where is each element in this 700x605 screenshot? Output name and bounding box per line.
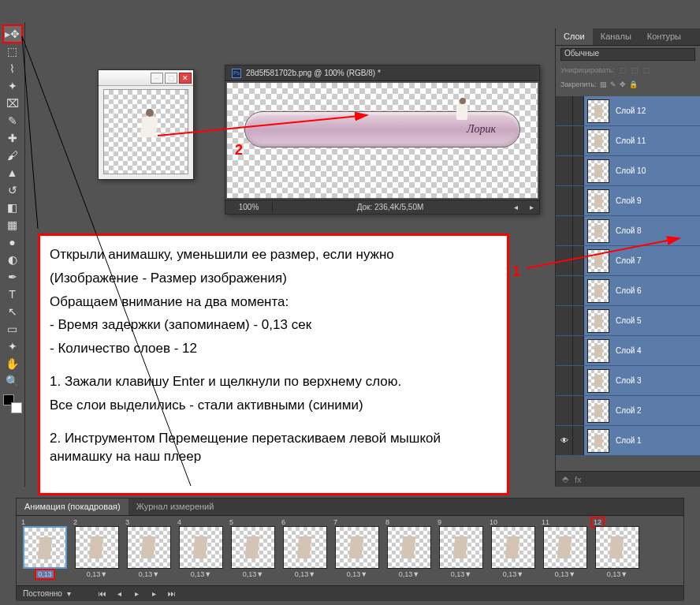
scroll-left-icon[interactable]: ◂ xyxy=(508,203,523,211)
tab-measurement-log[interactable]: Журнал измерений xyxy=(128,499,222,515)
maximize-button[interactable]: ▢ xyxy=(165,73,177,84)
animation-frame[interactable]: 11 0,13▼ xyxy=(540,518,590,583)
tool-lasso[interactable]: ⌇ xyxy=(4,61,21,77)
layer-row[interactable]: Слой 9 xyxy=(556,186,700,216)
tool-stamp[interactable]: ▲ xyxy=(4,165,21,181)
animation-frame[interactable]: 3 0,13▼ xyxy=(124,518,174,583)
layer-thumbnail[interactable] xyxy=(587,279,609,303)
animation-frame[interactable]: 12 0,13▼ xyxy=(592,518,642,583)
frame-thumbnail[interactable] xyxy=(179,526,223,569)
link-slot[interactable] xyxy=(573,186,584,215)
animation-frame[interactable]: 4 0,13▼ xyxy=(176,518,226,583)
frame-delay[interactable]: 0,13 xyxy=(36,570,54,578)
visibility-toggle[interactable] xyxy=(556,276,573,305)
animation-frame[interactable]: 2 0,13▼ xyxy=(72,518,122,583)
layer-name[interactable]: Слой 8 xyxy=(612,226,700,235)
tab-channels[interactable]: Каналы xyxy=(593,28,639,45)
lock-all-icon[interactable]: 🔒 xyxy=(629,80,638,88)
layer-row[interactable]: 👁 Слой 1 xyxy=(556,426,700,456)
link-slot[interactable] xyxy=(573,156,584,185)
unify-icon[interactable]: ⬚ xyxy=(643,66,650,74)
frame-thumbnail[interactable] xyxy=(595,526,639,569)
lock-paint-icon[interactable]: ✎ xyxy=(610,80,616,88)
frame-thumbnail[interactable] xyxy=(231,526,275,569)
layer-thumbnail[interactable] xyxy=(587,129,609,153)
layer-name[interactable]: Слой 9 xyxy=(612,196,700,205)
link-slot[interactable] xyxy=(573,276,584,305)
link-slot[interactable] xyxy=(573,126,584,155)
layer-thumbnail[interactable] xyxy=(587,369,609,393)
tool-blur[interactable]: ● xyxy=(4,234,21,250)
loop-select[interactable]: Постоянно xyxy=(23,589,62,598)
source-titlebar[interactable]: – ▢ ✕ xyxy=(99,70,193,86)
frame-delay[interactable]: 0,13▼ xyxy=(503,570,523,578)
layer-row[interactable]: Слой 5 xyxy=(556,306,700,336)
frame-delay[interactable]: 0,13▼ xyxy=(399,570,419,578)
frame-thumbnail[interactable] xyxy=(491,526,535,569)
layer-row[interactable]: Слой 7 xyxy=(556,246,700,276)
frame-thumbnail[interactable] xyxy=(543,526,587,569)
tool-eraser[interactable]: ◧ xyxy=(4,200,21,215)
layer-row[interactable]: Слой 12 xyxy=(556,96,700,126)
layer-row[interactable]: Слой 6 xyxy=(556,276,700,306)
layer-name[interactable]: Слой 11 xyxy=(612,136,700,145)
layer-thumbnail[interactable] xyxy=(587,399,609,423)
tab-layers[interactable]: Слои xyxy=(556,28,593,45)
zoom-field[interactable]: 100% xyxy=(225,203,273,211)
layer-name[interactable]: Слой 2 xyxy=(612,406,700,415)
tool-path[interactable]: ↖ xyxy=(4,304,21,319)
document-tab[interactable]: Ps 28d5f581702b.png @ 100% (RGB/8) * xyxy=(225,65,539,81)
layer-style-icon[interactable]: fx xyxy=(575,475,582,484)
layer-name[interactable]: Слой 1 xyxy=(612,436,700,445)
layer-name[interactable]: Слой 3 xyxy=(612,376,700,385)
layer-thumbnail[interactable] xyxy=(587,309,609,333)
link-layers-icon[interactable]: ⬘ xyxy=(562,474,568,484)
layer-name[interactable]: Слой 7 xyxy=(612,256,700,265)
link-slot[interactable] xyxy=(573,216,584,245)
animation-frame[interactable]: 1 0,13 xyxy=(20,518,70,583)
next-frame-button[interactable]: ▸ xyxy=(148,589,161,598)
blend-mode-select[interactable]: Обычные xyxy=(560,48,695,61)
layer-thumbnail[interactable] xyxy=(587,429,609,453)
animation-frame[interactable]: 9 0,13▼ xyxy=(436,518,486,583)
layer-name[interactable]: Слой 6 xyxy=(612,286,700,295)
link-slot[interactable] xyxy=(573,366,584,395)
link-slot[interactable] xyxy=(573,96,584,125)
source-canvas[interactable] xyxy=(103,89,188,174)
lock-trans-icon[interactable]: ▧ xyxy=(600,80,607,88)
tool-gradient[interactable]: ▦ xyxy=(4,217,21,233)
lock-move-icon[interactable]: ✥ xyxy=(620,80,626,88)
tool-pen[interactable]: ✒ xyxy=(4,269,21,285)
frame-delay[interactable]: 0,13▼ xyxy=(139,570,159,578)
unify-icon[interactable]: ⬚ xyxy=(631,66,639,74)
visibility-toggle[interactable] xyxy=(556,396,573,425)
layer-row[interactable]: Слой 10 xyxy=(556,156,700,186)
visibility-toggle[interactable] xyxy=(556,126,573,155)
visibility-toggle[interactable] xyxy=(556,216,573,245)
layer-thumbnail[interactable] xyxy=(587,159,609,183)
layer-thumbnail[interactable] xyxy=(587,99,609,123)
animation-frame[interactable]: 8 0,13▼ xyxy=(384,518,434,583)
animation-frame[interactable]: 7 0,13▼ xyxy=(332,518,382,583)
frame-delay[interactable]: 0,13▼ xyxy=(295,570,315,578)
tool-wand[interactable]: ✦ xyxy=(4,78,21,94)
layer-thumbnail[interactable] xyxy=(587,249,609,273)
layer-row[interactable]: Слой 2 xyxy=(556,396,700,426)
frame-delay[interactable]: 0,13▼ xyxy=(555,570,575,578)
layer-row[interactable]: Слой 4 xyxy=(556,336,700,366)
first-frame-button[interactable]: ⏮ xyxy=(96,589,109,598)
frame-delay[interactable]: 0,13▼ xyxy=(243,570,263,578)
frame-thumbnail[interactable] xyxy=(439,526,483,569)
animation-frame[interactable]: 5 0,13▼ xyxy=(228,518,278,583)
layer-name[interactable]: Слой 4 xyxy=(612,346,700,355)
document-canvas[interactable]: Лорик xyxy=(227,83,538,198)
link-slot[interactable] xyxy=(573,396,584,425)
layer-name[interactable]: Слой 5 xyxy=(612,316,700,325)
color-swatches[interactable] xyxy=(3,394,22,413)
frame-delay[interactable]: 0,13▼ xyxy=(87,570,107,578)
visibility-toggle[interactable] xyxy=(556,306,573,335)
tool-brush[interactable]: 🖌 xyxy=(4,148,21,163)
layer-name[interactable]: Слой 10 xyxy=(612,166,700,175)
visibility-toggle[interactable]: 👁 xyxy=(556,426,573,455)
frame-delay[interactable]: 0,13▼ xyxy=(191,570,211,578)
